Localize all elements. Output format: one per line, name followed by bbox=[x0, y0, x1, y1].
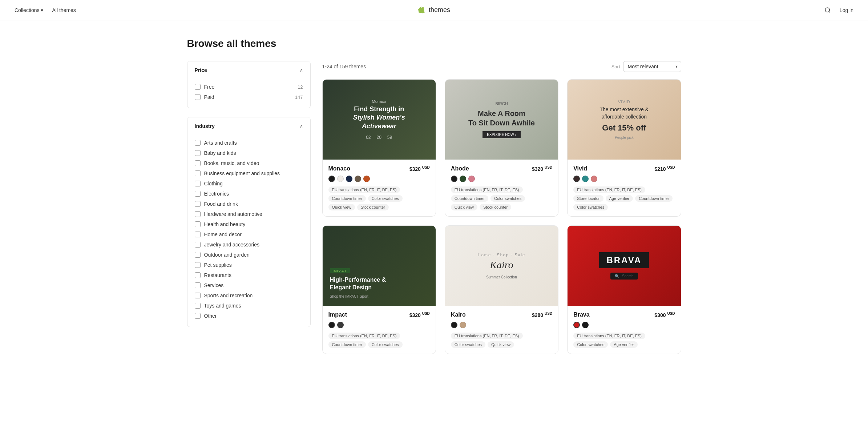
electronics-checkbox[interactable] bbox=[195, 191, 201, 197]
abode-price: $320 USD bbox=[532, 165, 552, 172]
swatch[interactable] bbox=[591, 176, 597, 182]
vivid-swatches bbox=[573, 176, 675, 182]
logo-text: themes bbox=[429, 6, 450, 14]
tag: Countdown timer bbox=[328, 195, 366, 202]
monaco-preview-title: Find Strength inStylish Women'sActivewea… bbox=[353, 105, 405, 130]
swatch[interactable] bbox=[582, 322, 589, 328]
swatch[interactable] bbox=[460, 322, 466, 328]
swatch[interactable] bbox=[573, 176, 580, 182]
swatch[interactable] bbox=[582, 176, 589, 182]
clothing-label: Clothing bbox=[204, 181, 223, 186]
content-header: 1-24 of 159 themes Sort Most relevant Ne… bbox=[322, 61, 681, 72]
books-checkbox[interactable] bbox=[195, 160, 201, 166]
brava-swatches bbox=[573, 322, 675, 328]
theme-card-impact[interactable]: IMPACT High-Performance &Elegant Design … bbox=[322, 225, 436, 354]
theme-card-kairo[interactable]: Home · Shop · Sale Kairo Summer Collecti… bbox=[445, 225, 558, 354]
tag: Color swatches bbox=[451, 341, 485, 348]
theme-card-vivid[interactable]: Vivid The most extensive &affordable col… bbox=[567, 79, 681, 217]
theme-preview-brava: BRAVA 🔍 Search bbox=[568, 226, 681, 306]
abode-swatches bbox=[451, 176, 552, 182]
nav-right: Log in bbox=[823, 5, 853, 15]
swatch[interactable] bbox=[460, 176, 466, 182]
industry-filter: Industry ∧ Arts and crafts Baby and kids bbox=[187, 117, 311, 327]
vivid-discount: Get 15% off bbox=[602, 123, 646, 133]
theme-card-brava[interactable]: BRAVA 🔍 Search Brava $300 USD bbox=[567, 225, 681, 354]
restaurants-checkbox[interactable] bbox=[195, 272, 201, 278]
paid-checkbox[interactable] bbox=[195, 94, 201, 100]
industry-filter-label: Industry bbox=[195, 123, 215, 129]
hardware-checkbox[interactable] bbox=[195, 211, 201, 217]
page-container: Browse all themes Price ∧ Free bbox=[173, 20, 696, 354]
industry-chevron-icon: ∧ bbox=[300, 124, 303, 129]
swatch[interactable] bbox=[328, 322, 335, 328]
home-checkbox[interactable] bbox=[195, 232, 201, 237]
login-button[interactable]: Log in bbox=[840, 7, 853, 13]
tag: Countdown timer bbox=[451, 195, 488, 202]
health-checkbox[interactable] bbox=[195, 221, 201, 227]
swatch[interactable] bbox=[451, 176, 457, 182]
brava-name: Brava bbox=[573, 312, 589, 318]
tag: Quick view bbox=[451, 204, 477, 210]
swatch[interactable] bbox=[337, 176, 344, 182]
swatch[interactable] bbox=[337, 322, 344, 328]
swatch[interactable] bbox=[346, 176, 352, 182]
explore-button[interactable]: EXPLORE NOW › bbox=[483, 131, 521, 138]
brava-price: $300 USD bbox=[654, 312, 675, 318]
tag: EU translations (EN, FR, IT, DE, ES) bbox=[573, 333, 645, 339]
industry-filter-header[interactable]: Industry ∧ bbox=[187, 117, 310, 135]
site-logo[interactable]: themes bbox=[418, 6, 450, 15]
kairo-name: Kairo bbox=[451, 312, 466, 318]
tag: Countdown timer bbox=[328, 341, 366, 348]
swatch[interactable] bbox=[451, 322, 457, 328]
vivid-people-pick: People pick bbox=[615, 136, 634, 140]
swatch[interactable] bbox=[328, 176, 335, 182]
arts-label: Arts and crafts bbox=[204, 140, 237, 146]
tag: Age verifier bbox=[606, 195, 633, 202]
search-button[interactable] bbox=[823, 5, 832, 15]
toys-checkbox[interactable] bbox=[195, 303, 201, 309]
sort-select[interactable]: Most relevant Newest Price: Low to High … bbox=[623, 61, 681, 72]
arts-checkbox[interactable] bbox=[195, 140, 201, 146]
clothing-checkbox[interactable] bbox=[195, 181, 201, 186]
vivid-label: Vivid bbox=[618, 100, 630, 104]
pet-checkbox[interactable] bbox=[195, 262, 201, 268]
paid-count: 147 bbox=[295, 95, 303, 100]
free-checkbox[interactable] bbox=[195, 84, 201, 90]
theme-card-monaco[interactable]: Monaco Find Strength inStylish Women'sAc… bbox=[322, 79, 436, 217]
swatch[interactable] bbox=[468, 176, 475, 182]
industry-books: Books, music, and video bbox=[195, 158, 303, 168]
collections-nav-link[interactable]: Collections ▾ bbox=[15, 7, 43, 13]
other-checkbox[interactable] bbox=[195, 313, 201, 319]
food-checkbox[interactable] bbox=[195, 201, 201, 207]
outdoor-checkbox[interactable] bbox=[195, 252, 201, 258]
theme-card-abode[interactable]: BIRCH Make A RoomTo Sit Down Awhile EXPL… bbox=[445, 79, 558, 217]
price-filter-body: Free 12 Paid 147 bbox=[187, 79, 310, 108]
tag: Countdown timer bbox=[635, 195, 673, 202]
abode-name: Abode bbox=[451, 165, 469, 172]
sort-label: Sort bbox=[611, 64, 620, 69]
kairo-info: Kairo $280 USD EU translations (EN, FR, … bbox=[445, 306, 558, 354]
swatch[interactable] bbox=[363, 176, 370, 182]
tag: EU translations (EN, FR, IT, DE, ES) bbox=[451, 333, 523, 339]
business-checkbox[interactable] bbox=[195, 170, 201, 176]
baby-checkbox[interactable] bbox=[195, 150, 201, 156]
search-icon bbox=[824, 7, 831, 13]
all-themes-nav-link[interactable]: All themes bbox=[52, 7, 76, 13]
industry-clothing: Clothing bbox=[195, 178, 303, 189]
tag: Store locator bbox=[573, 195, 603, 202]
services-checkbox[interactable] bbox=[195, 282, 201, 288]
swatch[interactable] bbox=[573, 322, 580, 328]
themes-content: 1-24 of 159 themes Sort Most relevant Ne… bbox=[322, 61, 681, 354]
price-filter-header[interactable]: Price ∧ bbox=[187, 61, 310, 79]
abode-label: BIRCH bbox=[495, 101, 508, 106]
swatch[interactable] bbox=[355, 176, 361, 182]
sports-checkbox[interactable] bbox=[195, 293, 201, 298]
other-label: Other bbox=[204, 313, 217, 319]
svg-line-1 bbox=[829, 11, 830, 12]
tag: Quick view bbox=[488, 341, 514, 348]
sort-wrapper: Sort Most relevant Newest Price: Low to … bbox=[611, 61, 681, 72]
price-filter-label: Price bbox=[195, 67, 207, 73]
jewelry-checkbox[interactable] bbox=[195, 242, 201, 248]
monaco-label: Monaco bbox=[353, 99, 405, 104]
industry-filter-body: Arts and crafts Baby and kids Books, mus… bbox=[187, 135, 310, 327]
